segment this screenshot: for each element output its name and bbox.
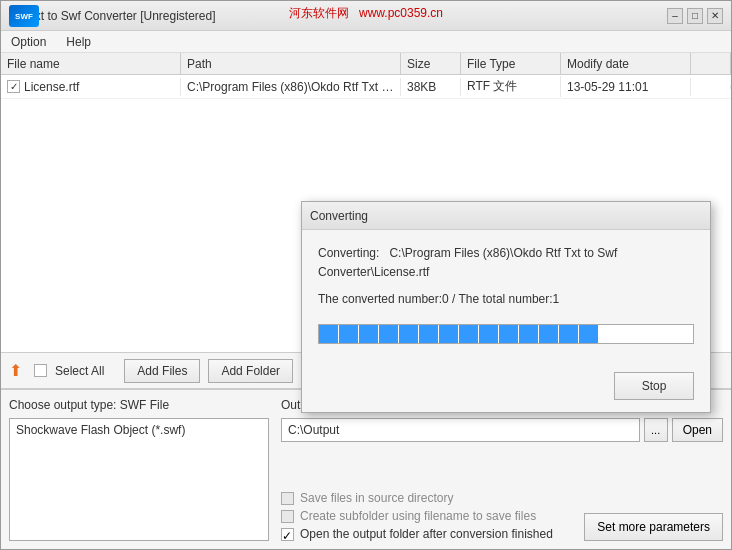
minimize-button[interactable]: – — [667, 8, 683, 24]
modal-title-bar: Converting — [302, 202, 710, 230]
upload-icon: ⬆ — [9, 361, 22, 380]
converting-text: Converting: C:\Program Files (x86)\Okdo … — [318, 244, 694, 282]
option-checkbox-2[interactable] — [281, 510, 294, 523]
option-row-3: ✓ Open the output folder after conversio… — [281, 527, 553, 541]
add-files-button[interactable]: Add Files — [124, 359, 200, 383]
app-logo: SWF — [9, 5, 39, 27]
col-modify-date: Modify date — [561, 53, 691, 74]
file-name: License.rtf — [24, 80, 79, 94]
option-row-2: Create subfolder using filename to save … — [281, 509, 553, 523]
file-name-cell: License.rtf — [1, 78, 181, 96]
modal-title: Converting — [310, 209, 368, 223]
converting-dialog: Converting Converting: C:\Program Files … — [301, 201, 711, 413]
file-size: 38KB — [401, 78, 461, 96]
swf-option-text: Shockwave Flash Object (*.swf) — [16, 423, 185, 437]
set-more-params-button[interactable]: Set more parameters — [584, 513, 723, 541]
menu-help[interactable]: Help — [62, 33, 95, 51]
browse-button[interactable]: ... — [644, 418, 668, 442]
file-list-header: File name Path Size File Type Modify dat… — [1, 53, 731, 75]
site-watermark: 河东软件网 www.pc0359.cn — [289, 5, 443, 22]
modal-footer: Stop — [302, 364, 710, 412]
output-left: Choose output type: SWF File Shockwave F… — [9, 398, 269, 541]
col-file-type: File Type — [461, 53, 561, 74]
window-title: Rtf Txt to Swf Converter [Unregistered] — [9, 9, 216, 23]
folder-row: ... Open — [281, 418, 723, 442]
option-label-1: Save files in source directory — [300, 491, 453, 505]
option-label-2: Create subfolder using filename to save … — [300, 509, 536, 523]
option-checkbox-1[interactable] — [281, 492, 294, 505]
options-and-btn: Save files in source directory Create su… — [281, 448, 723, 541]
title-controls: – □ ✕ — [667, 8, 723, 24]
file-extra — [691, 85, 731, 89]
col-file-name: File name — [1, 53, 181, 74]
progress-bar-fill — [319, 325, 693, 343]
menu-option[interactable]: Option — [7, 33, 50, 51]
file-type: RTF 文件 — [461, 76, 561, 97]
table-row[interactable]: License.rtf C:\Program Files (x86)\Okdo … — [1, 75, 731, 99]
col-size: Size — [401, 53, 461, 74]
maximize-button[interactable]: □ — [687, 8, 703, 24]
option-checkbox-3[interactable]: ✓ — [281, 528, 294, 541]
swf-option-box: Shockwave Flash Object (*.swf) — [9, 418, 269, 541]
options-col: Save files in source directory Create su… — [281, 491, 553, 541]
folder-input[interactable] — [281, 418, 640, 442]
col-extra — [691, 53, 731, 74]
option-row-1: Save files in source directory — [281, 491, 553, 505]
output-right: Output folder: ... Open Save files in so… — [281, 398, 723, 541]
option-label-3: Open the output folder after conversion … — [300, 527, 553, 541]
file-path: C:\Program Files (x86)\Okdo Rtf Txt t... — [181, 78, 401, 96]
open-folder-button[interactable]: Open — [672, 418, 723, 442]
select-all-label: Select All — [55, 364, 104, 378]
stop-button[interactable]: Stop — [614, 372, 694, 400]
add-folder-button[interactable]: Add Folder — [208, 359, 293, 383]
main-window: SWF Rtf Txt to Swf Converter [Unregister… — [0, 0, 732, 550]
menu-bar: Option Help — [1, 31, 731, 53]
converting-label: Converting: — [318, 246, 379, 260]
row-checkbox[interactable] — [7, 80, 20, 93]
output-section: Choose output type: SWF File Shockwave F… — [1, 389, 731, 549]
output-type-label: Choose output type: SWF File — [9, 398, 269, 412]
close-button[interactable]: ✕ — [707, 8, 723, 24]
modal-body: Converting: C:\Program Files (x86)\Okdo … — [302, 230, 710, 364]
col-path: Path — [181, 53, 401, 74]
file-modify-date: 13-05-29 11:01 — [561, 78, 691, 96]
progress-bar — [318, 324, 694, 344]
title-bar: SWF Rtf Txt to Swf Converter [Unregister… — [1, 1, 731, 31]
count-text: The converted number:0 / The total numbe… — [318, 290, 694, 309]
select-all-checkbox[interactable] — [34, 364, 47, 377]
